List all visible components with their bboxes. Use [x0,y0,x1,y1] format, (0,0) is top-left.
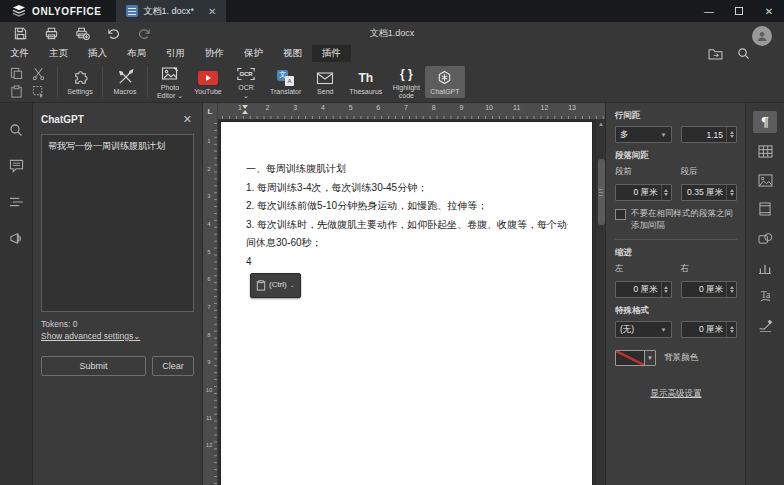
maximize-button[interactable] [724,0,754,22]
spinner-arrows[interactable] [726,185,736,200]
chevron-down-icon: ⌄ [290,276,295,295]
paste-options-button[interactable]: (Ctrl) ⌄ [250,273,301,298]
navigation-icon[interactable] [5,191,27,213]
tab-plugins[interactable]: 插件 [312,45,351,62]
scrollbar-thumb[interactable] [598,159,605,225]
plugin-chatgpt-button[interactable]: ChatGPT [425,66,464,98]
ruler-number: 4 [203,210,215,238]
special-indent-spinner[interactable]: 0 厘米 [681,321,738,338]
submit-button[interactable]: Submit [41,356,146,376]
tab-stop-selector[interactable]: L [203,103,218,119]
plugin-settings-button[interactable]: Settings [61,66,99,98]
redo-button[interactable] [136,25,153,42]
indent-left-spinner[interactable]: 0 厘米 [615,281,672,298]
print-button[interactable] [43,25,60,42]
document-text[interactable]: 一、每周训练腹肌计划 1. 每周训练3-4次，每次训练30-45分钟； 2. 每… [221,122,592,298]
macros-tools-icon [117,69,134,86]
clipboard-group [0,65,54,99]
ruler-number: 5 [337,104,365,111]
tab-layout[interactable]: 布局 [117,45,156,62]
cut-icon[interactable] [30,65,46,81]
header-footer-settings-icon[interactable] [753,198,777,220]
show-advanced-settings-link[interactable]: 显示高级设置 [651,388,702,398]
chart-settings-icon[interactable] [753,256,777,278]
ruler-number: 10 [203,376,215,404]
spinner-arrows[interactable] [661,282,671,297]
ruler-number: 9 [448,104,476,111]
plugin-ocr-button[interactable]: OCR OCR ⌄ [227,62,265,102]
chevron-down-icon[interactable]: ▼ [644,351,655,365]
ruler-number: 3 [281,104,309,111]
close-button[interactable]: ✕ [754,0,784,22]
plugin-send-button[interactable]: Send [306,66,344,98]
shape-settings-icon[interactable] [753,227,777,249]
same-style-spacing-checkbox[interactable]: 不要在相同样式的段落之间添加间隔 [615,208,737,231]
search-icon[interactable] [737,47,750,60]
document-page[interactable]: 一、每周训练腹肌计划 1. 每周训练3-4次，每次训练30-45分钟； 2. 每… [221,122,592,485]
ruler-number: 9 [203,349,215,377]
tab-protection[interactable]: 保护 [234,45,273,62]
ruler-number: 6 [203,265,215,293]
paste-icon[interactable] [8,83,24,99]
chevron-down-icon: ▼ [661,132,667,138]
copy-icon[interactable] [8,65,24,81]
tab-insert[interactable]: 插入 [78,45,117,62]
document-canvas[interactable]: 一、每周训练腹肌计划 1. 每周训练3-4次，每次训练30-45分钟； 2. 每… [218,119,595,485]
signature-settings-icon[interactable] [753,314,777,336]
select-all-icon[interactable] [30,83,46,99]
open-file-location-icon[interactable] [708,48,723,60]
find-icon[interactable] [5,119,27,141]
spinner-arrows[interactable] [726,282,736,297]
ruler-number: 1 [226,104,254,111]
document-tab[interactable]: 文档1. docx* ✕ [116,0,227,22]
user-avatar[interactable] [752,26,772,46]
text-art-settings-icon[interactable]: Ta [753,285,777,307]
line-spacing-dropdown[interactable]: 多▼ [615,126,672,143]
tab-home[interactable]: 主页 [39,45,78,62]
vertical-ruler[interactable]: 123456789101112 [203,119,218,485]
horizontal-ruler[interactable]: 12345678910111213 [218,103,605,119]
titlebar: ONLYOFFICE 文档1. docx* ✕ — ✕ [0,0,784,22]
right-sidebar: ¶ Ta [745,103,784,485]
scroll-up-arrow[interactable]: ▲ [596,121,605,127]
image-settings-icon[interactable] [753,169,777,191]
clear-button[interactable]: Clear [152,356,194,376]
plugin-highlight-code-button[interactable]: { } Highlight code [387,62,425,102]
paragraph-settings-icon[interactable]: ¶ [753,111,777,133]
plugin-translator-button[interactable]: 文A Translator [265,66,306,98]
tab-collaboration[interactable]: 协作 [195,45,234,62]
chatgpt-prompt-input[interactable] [41,134,194,312]
quick-print-button[interactable] [74,25,91,42]
table-settings-icon[interactable] [753,140,777,162]
tab-references[interactable]: 引用 [156,45,195,62]
spinner-arrows[interactable] [726,127,736,142]
tab-file[interactable]: 文件 [0,45,39,62]
plugin-youtube-button[interactable]: YouTube [189,66,227,98]
plugin-thesaurus-button[interactable]: Th Thesaurus [344,66,387,98]
indent-right-spinner[interactable]: 0 厘米 [681,281,738,298]
undo-button[interactable] [105,25,122,42]
special-indent-label: 特殊格式 [615,305,737,317]
minimize-button[interactable]: — [694,0,724,22]
line-spacing-value-spinner[interactable]: 1.15 [681,126,738,143]
panel-close-icon[interactable]: ✕ [183,113,194,126]
doc-line: 1. 每周训练3-4次，每次训练30-45分钟； [246,179,568,198]
show-advanced-settings-link[interactable]: Show advanced settings [41,331,133,341]
indent-markers[interactable] [242,105,249,117]
spacing-after-spinner[interactable]: 0.35 厘米 [681,184,738,201]
spinner-arrows[interactable] [661,185,671,200]
comments-icon[interactable] [5,155,27,177]
spacing-before-spinner[interactable]: 0 厘米 [615,184,672,201]
checkbox[interactable] [615,209,626,220]
feedback-icon[interactable] [5,227,27,249]
plugin-photo-editor-button[interactable]: Photo Editor ⌄ [151,62,189,102]
tab-view[interactable]: 视图 [273,45,312,62]
tab-close-icon[interactable]: ✕ [208,6,216,17]
paragraph-spacing-label: 段落间距 [615,150,737,162]
plugin-macros-button[interactable]: Macros [106,66,144,98]
background-color-picker[interactable]: ▼ [615,350,656,366]
spinner-arrows[interactable] [726,322,736,337]
special-indent-dropdown[interactable]: (无)▼ [615,321,672,338]
vertical-scrollbar[interactable]: ▲ [595,119,605,485]
save-button[interactable] [12,25,29,42]
